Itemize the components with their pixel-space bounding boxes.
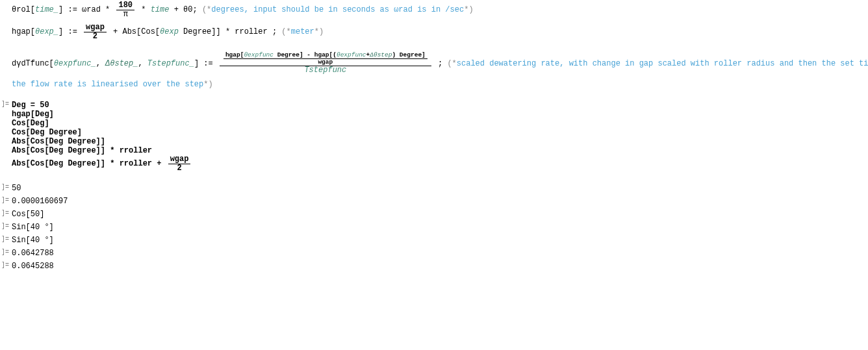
comment-open: (* (447, 59, 456, 68)
out-4: Sin[40 °] (0, 223, 868, 232)
comma: , (138, 59, 147, 68)
semicolon: ; (433, 59, 448, 68)
param-3: Tstepfunc_ (147, 59, 194, 68)
def-line-1: θrol [ time_ ] := ωrad * 180 π * time + … (12, 1, 868, 18)
out-1-val: 50 (12, 184, 21, 193)
bracket: [ (49, 59, 54, 68)
frac-den: π (121, 10, 130, 19)
comment-body: scaled dewatering rate, with change in g… (457, 59, 868, 68)
def-dydtfunc: dγdTfunc [ θexpfunc_ , Δθstep_ , Tstepfu… (0, 51, 868, 76)
comma: , (96, 59, 105, 68)
out-5-val: Sin[40 °] (12, 236, 54, 245)
out-2-val: 0.0000160697 (12, 197, 68, 206)
inner-frac: hgap[θexpfunc Degree] - hgap[(θexpfunc+Δ… (223, 52, 428, 66)
t: ) Degree] (392, 51, 425, 58)
outer-num: hgap[θexpfunc Degree] - hgap[(θexpfunc+Δ… (220, 52, 431, 66)
fn-name: dγdTfunc (12, 59, 49, 68)
in-6: Abs[Cos[Deg Degree]] * rroller (12, 146, 868, 155)
t: Δθstep (370, 51, 392, 58)
out-3: Cos[50] (0, 210, 868, 219)
in-marker: ]= (1, 101, 9, 108)
in-7-frac: wgap 2 (168, 155, 191, 172)
bracket-close: ] (58, 5, 63, 14)
out-5: Sin[40 °] (0, 236, 868, 245)
comment-open: (* (281, 27, 290, 36)
frac-num: wgap (84, 23, 107, 32)
time-var: time (151, 5, 170, 14)
in-7a: Abs[Cos[Deg Degree]] * rroller + (12, 159, 166, 168)
in-5: Abs[Cos[Deg Degree]] (12, 137, 868, 146)
t: θexpfunc (244, 51, 274, 58)
t: hgap[ (225, 51, 244, 58)
comment-close: *) (464, 5, 473, 14)
assign: := ωrad * (63, 5, 114, 14)
comment-body: meter (291, 27, 314, 36)
outer-frac: hgap[θexpfunc Degree] - hgap[(θexpfunc+Δ… (220, 52, 431, 75)
def-theta-rol: θrol [ time_ ] := ωrad * 180 π * time + … (0, 0, 868, 19)
def-hgap: hgap [ θexp_ ] := wgap 2 + Abs[Cos[ θexp… (0, 22, 868, 42)
inner-den: wgap (316, 59, 335, 66)
in-7-den: 2 (175, 164, 183, 173)
out-7: 0.0645288 (0, 262, 868, 271)
t: Degree] - hgap[( (274, 51, 337, 58)
bracket: [ (31, 27, 35, 36)
out-4-val: Sin[40 °] (12, 223, 54, 232)
out-6: 0.0642788 (0, 249, 868, 258)
in-1: Deg = 50 (12, 101, 868, 110)
in-7: Abs[Cos[Deg Degree]] * rroller + wgap 2 (12, 155, 868, 172)
in-2: hgap[Deg] (12, 110, 868, 119)
in-7-num: wgap (168, 155, 191, 164)
comment-close: *) (203, 80, 212, 89)
comment-open: (* (202, 5, 211, 14)
frac-den: 2 (91, 32, 99, 41)
t: θexpfunc (337, 51, 366, 58)
frac-180-pi: 180 π (116, 1, 134, 18)
param-thetaexp: θexp_ (35, 27, 58, 36)
bracket: [ (31, 5, 35, 14)
comment-close: *) (314, 27, 324, 36)
input-block: ]= Deg = 50 hgap[Deg] Cos[Deg] Cos[Deg D… (0, 99, 868, 173)
outer-den: Tstepfunc (302, 66, 348, 75)
param-2: Δθstep_ (105, 59, 138, 68)
def-line-3: dγdTfunc [ θexpfunc_ , Δθstep_ , Tstepfu… (12, 52, 868, 75)
comment-cont: the flow rate is linearised over the ste… (12, 80, 203, 89)
frac-num: 180 (116, 1, 134, 10)
comment-body: degrees, input should be in seconds as ω… (211, 5, 464, 14)
param-1: θexpfunc_ (54, 59, 96, 68)
out-2: 0.0000160697 (0, 197, 868, 206)
def-line-2: hgap [ θexp_ ] := wgap 2 + Abs[Cos[ θexp… (12, 23, 868, 40)
assign: := (63, 27, 82, 36)
plus-abs-cos: + Abs[Cos[ (108, 27, 160, 36)
in-3: Cos[Deg] (12, 119, 868, 128)
out-6-val: 0.0642788 (12, 249, 54, 258)
times: * (136, 5, 151, 14)
in-4: Cos[Deg Degree] (12, 128, 868, 137)
def-line-3b: the flow rate is linearised over the ste… (12, 80, 868, 89)
param-time: time_ (35, 5, 58, 14)
bracket-close: ] (194, 59, 199, 68)
thetaexp-var: θexp (160, 27, 179, 36)
deg-rroller: Degree]] * rroller ; (179, 27, 281, 36)
out-3-val: Cos[50] (12, 210, 44, 219)
def-dydtfunc-comment-cont: the flow rate is linearised over the ste… (0, 79, 868, 90)
plus-theta0: + θ0; (169, 5, 201, 14)
bracket-close: ] (58, 27, 63, 36)
assign: := (199, 59, 218, 68)
out-1: 50 (0, 184, 868, 193)
out-7-val: 0.0645288 (12, 262, 54, 271)
fn-name: θrol (12, 5, 31, 14)
frac-wgap-2: wgap 2 (84, 23, 107, 40)
fn-name: hgap (12, 27, 31, 36)
